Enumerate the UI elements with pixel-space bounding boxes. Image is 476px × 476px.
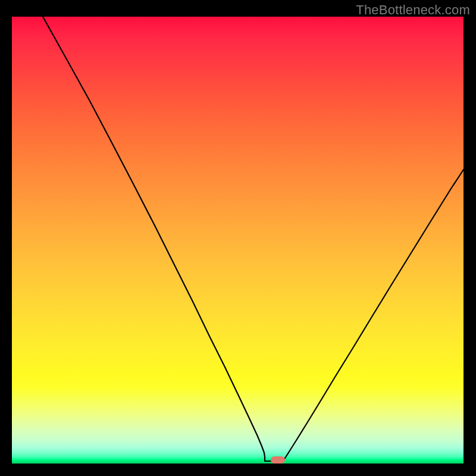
curve-svg: [12, 17, 464, 464]
curve-line: [43, 17, 464, 461]
chart-container: TheBottleneck.com: [0, 0, 476, 476]
watermark-text: TheBottleneck.com: [356, 2, 470, 18]
plot-frame: [12, 17, 464, 464]
min-marker: [271, 456, 285, 464]
